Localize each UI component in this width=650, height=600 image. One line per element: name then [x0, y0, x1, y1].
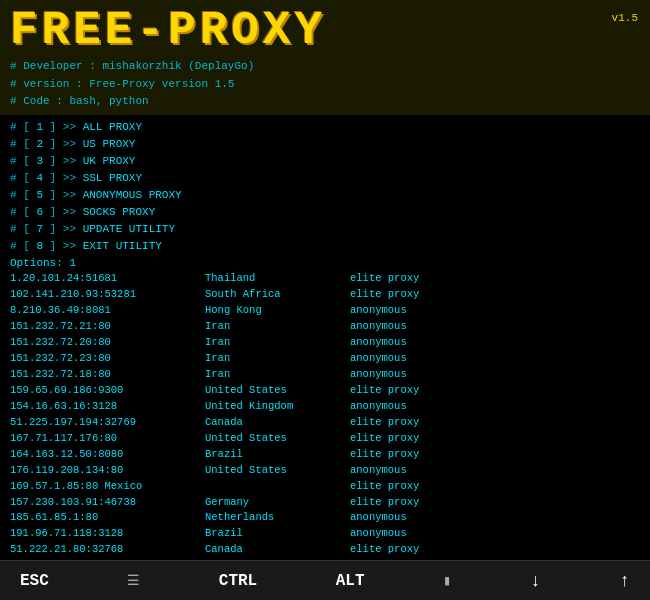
table-row: 191.96.71.118:3128Brazilanonymous	[10, 526, 640, 542]
table-row: 185.61.85.1:80Netherlandsanonymous	[10, 510, 640, 526]
proxy-ip: 191.96.71.118:3128	[10, 526, 205, 542]
proxy-type: anonymous	[350, 367, 407, 383]
menu-item-2[interactable]: # [ 2 ] >> US PROXY	[10, 136, 640, 153]
proxy-type: anonymous	[350, 463, 407, 479]
menu-item-3[interactable]: # [ 3 ] >> UK PROXY	[10, 153, 640, 170]
table-row: 151.232.72.23:80Irananonymous	[10, 351, 640, 367]
proxy-ip: 1.20.101.24:51681	[10, 271, 205, 287]
dev-line1: # Developer : mishakorzhik (DeplayGo)	[10, 58, 640, 76]
proxy-ip: 151.232.72.20:80	[10, 335, 205, 351]
proxy-ip: 176.119.208.134:80	[10, 463, 205, 479]
esc-key[interactable]: ESC	[20, 572, 49, 590]
proxy-type: elite proxy	[350, 431, 419, 447]
alt-key[interactable]: ALT	[336, 572, 365, 590]
proxy-country: United States	[205, 431, 350, 447]
logo-area: FREE-PROXY v1.5 # Developer : mishakorzh…	[0, 0, 650, 115]
ctrl-key[interactable]: CTRL	[219, 572, 257, 590]
table-row: 8.210.36.49:8081Hong Konganonymous	[10, 303, 640, 319]
arrow-down-key[interactable]: ↓	[530, 571, 541, 591]
table-row: 151.232.72.18:80Irananonymous	[10, 367, 640, 383]
proxy-country: United Kingdom	[205, 399, 350, 415]
table-row: 157.230.103.91:46738Germanyelite proxy	[10, 495, 640, 511]
proxy-ip: 169.57.1.85:80 Mexico	[10, 479, 205, 495]
proxy-ip: 157.230.103.91:46738	[10, 495, 205, 511]
proxy-country: Germany	[205, 495, 350, 511]
proxy-country: Brazil	[205, 526, 350, 542]
dev-line3: # Code : bash, python	[10, 93, 640, 111]
proxy-type: anonymous	[350, 303, 407, 319]
proxy-ip: 151.232.72.21:80	[10, 319, 205, 335]
proxy-type: anonymous	[350, 335, 407, 351]
proxy-type: elite proxy	[350, 447, 419, 463]
proxy-country: Hong Kong	[205, 303, 350, 319]
proxy-ip: 167.71.117.176:80	[10, 431, 205, 447]
table-row: 159.65.69.186:9300United Stateselite pro…	[10, 383, 640, 399]
proxy-ip: 164.163.12.50:8080	[10, 447, 205, 463]
proxy-type: elite proxy	[350, 479, 419, 495]
proxy-country: Canada	[205, 415, 350, 431]
proxy-type: elite proxy	[350, 542, 419, 558]
proxy-table: 1.20.101.24:51681Thailandelite proxy102.…	[10, 271, 640, 560]
table-row: 151.232.72.21:80Irananonymous	[10, 319, 640, 335]
proxy-country: Netherlands	[205, 510, 350, 526]
proxy-country: Iran	[205, 351, 350, 367]
proxy-type: anonymous	[350, 510, 407, 526]
options-line: Options: 1	[10, 257, 640, 269]
spacer-icon: ▮	[443, 572, 451, 589]
proxy-type: elite proxy	[350, 271, 419, 287]
proxy-ip: 185.61.85.1:80	[10, 510, 205, 526]
proxy-ip: 8.210.36.49:8081	[10, 303, 205, 319]
table-row: 51.222.21.80:32768Canadaelite proxy	[10, 542, 640, 558]
proxy-type: elite proxy	[350, 495, 419, 511]
proxy-country: United States	[205, 463, 350, 479]
proxy-type: elite proxy	[350, 287, 419, 303]
proxy-type: anonymous	[350, 399, 407, 415]
proxy-ip: 51.222.21.80:32768	[10, 542, 205, 558]
proxy-country: Brazil	[205, 447, 350, 463]
proxy-country	[205, 479, 350, 495]
table-row: 169.57.1.85:80 Mexicoelite proxy	[10, 479, 640, 495]
menu-icon: ☰	[127, 572, 140, 589]
menu-item-7[interactable]: # [ 7 ] >> UPDATE UTILITY	[10, 221, 640, 238]
proxy-country: Iran	[205, 367, 350, 383]
logo-text: FREE-PROXY	[10, 8, 640, 54]
proxy-ip: 151.232.72.18:80	[10, 367, 205, 383]
table-row: 151.232.72.20:80Irananonymous	[10, 335, 640, 351]
menu-item-4[interactable]: # [ 4 ] >> SSL PROXY	[10, 170, 640, 187]
developer-info: # Developer : mishakorzhik (DeplayGo) # …	[10, 58, 640, 111]
menu-item-8[interactable]: # [ 8 ] >> EXIT UTILITY	[10, 238, 640, 255]
proxy-type: anonymous	[350, 319, 407, 335]
table-row: 176.119.208.134:80United Statesanonymous	[10, 463, 640, 479]
menu-item-5[interactable]: # [ 5 ] >> ANONYMOUS PROXY	[10, 187, 640, 204]
proxy-type: anonymous	[350, 526, 407, 542]
menu-item-6[interactable]: # [ 6 ] >> SOCKS PROXY	[10, 204, 640, 221]
table-row: 164.163.12.50:8080Brazilelite proxy	[10, 447, 640, 463]
proxy-country: South Africa	[205, 287, 350, 303]
version-badge: v1.5	[612, 12, 638, 24]
menu-item-1[interactable]: # [ 1 ] >> ALL PROXY	[10, 119, 640, 136]
proxy-type: elite proxy	[350, 415, 419, 431]
arrow-up-key[interactable]: ↑	[619, 571, 630, 591]
terminal-body: # [ 1 ] >> ALL PROXY# [ 2 ] >> US PROXY#…	[0, 115, 650, 560]
proxy-ip: 102.141.210.93:53281	[10, 287, 205, 303]
proxy-ip: 51.225.197.194:32769	[10, 415, 205, 431]
bottom-bar: ESC ☰ CTRL ALT ▮ ↓ ↑	[0, 560, 650, 600]
table-row: 51.225.197.194:32769Canadaelite proxy	[10, 415, 640, 431]
table-row: 1.20.101.24:51681Thailandelite proxy	[10, 271, 640, 287]
proxy-ip: 151.232.72.23:80	[10, 351, 205, 367]
table-row: 102.141.210.93:53281South Africaelite pr…	[10, 287, 640, 303]
table-row: 154.16.63.16:3128United Kingdomanonymous	[10, 399, 640, 415]
proxy-country: United States	[205, 383, 350, 399]
main-content: FREE-PROXY v1.5 # Developer : mishakorzh…	[0, 0, 650, 560]
proxy-country: Iran	[205, 335, 350, 351]
proxy-type: anonymous	[350, 351, 407, 367]
dev-line2: # version : Free-Proxy version 1.5	[10, 76, 640, 94]
proxy-type: elite proxy	[350, 383, 419, 399]
proxy-country: Iran	[205, 319, 350, 335]
proxy-ip: 154.16.63.16:3128	[10, 399, 205, 415]
proxy-country: Thailand	[205, 271, 350, 287]
menu-list: # [ 1 ] >> ALL PROXY# [ 2 ] >> US PROXY#…	[10, 119, 640, 255]
table-row: 167.71.117.176:80United Stateselite prox…	[10, 431, 640, 447]
proxy-country: Canada	[205, 542, 350, 558]
proxy-ip: 159.65.69.186:9300	[10, 383, 205, 399]
